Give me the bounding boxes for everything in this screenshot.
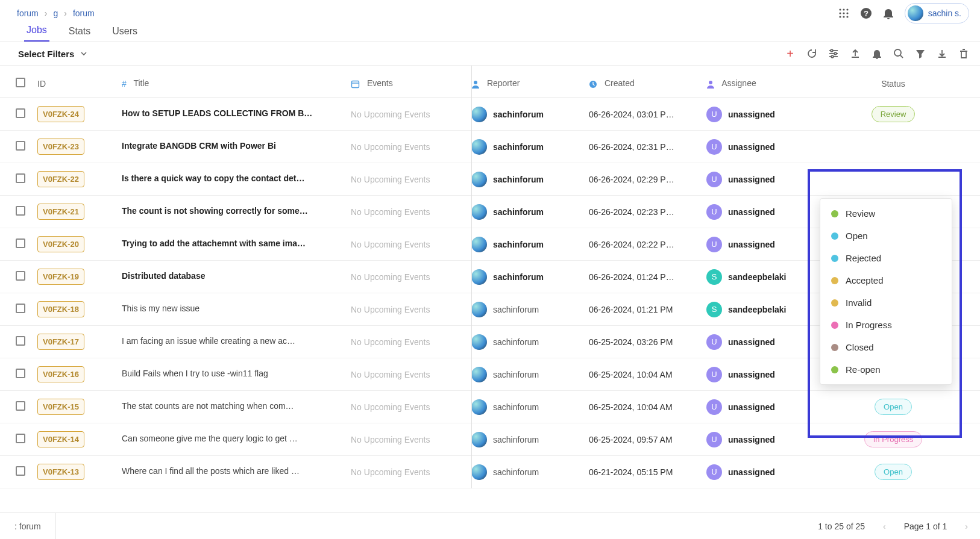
- row-title[interactable]: Build Fails when I try to use -win11 fla…: [122, 369, 268, 378]
- col-title[interactable]: # Title: [122, 78, 351, 89]
- breadcrumb-item[interactable]: forum: [73, 8, 95, 18]
- status-option[interactable]: Invalid: [820, 291, 952, 314]
- tab-users[interactable]: Users: [110, 26, 140, 42]
- reporter-name[interactable]: sachinforum: [493, 240, 544, 249]
- bell-icon[interactable]: [872, 48, 882, 59]
- assignee-name[interactable]: unassigned: [728, 240, 775, 249]
- row-checkbox[interactable]: [16, 434, 25, 443]
- help-icon[interactable]: ?: [860, 7, 872, 19]
- id-badge[interactable]: V0FZK-17: [37, 334, 84, 350]
- reporter-name[interactable]: sachinforum: [493, 370, 539, 379]
- prev-page-icon[interactable]: ‹: [883, 522, 886, 531]
- assignee-name[interactable]: unassigned: [728, 337, 775, 347]
- table-row[interactable]: V0FZK-14 Can someone give me the query l…: [0, 423, 980, 456]
- breadcrumb-item[interactable]: forum: [17, 8, 39, 18]
- row-checkbox[interactable]: [16, 271, 25, 281]
- reporter-name[interactable]: sachinforum: [493, 142, 544, 152]
- row-checkbox[interactable]: [16, 401, 25, 411]
- refresh-icon[interactable]: [806, 48, 817, 59]
- row-checkbox[interactable]: [16, 206, 25, 216]
- id-badge[interactable]: V0FZK-19: [37, 269, 84, 285]
- row-title[interactable]: Trying to add the attachemnt with same i…: [122, 238, 306, 248]
- row-title[interactable]: Is there a quick way to copy the contact…: [122, 173, 304, 183]
- status-pill[interactable]: In Progress: [864, 431, 922, 447]
- status-pill[interactable]: Review: [872, 106, 916, 122]
- status-option[interactable]: Review: [820, 202, 952, 225]
- row-title[interactable]: Distributed database: [122, 271, 205, 281]
- table-row[interactable]: V0FZK-23 Integrate BANGDB CRM with Power…: [0, 131, 980, 163]
- filter-icon[interactable]: [915, 48, 926, 59]
- row-title[interactable]: This is my new issue: [122, 304, 199, 313]
- col-status[interactable]: Status: [839, 79, 947, 89]
- status-dropdown[interactable]: ReviewOpenRejectedAcceptedInvalidIn Prog…: [820, 198, 952, 385]
- row-checkbox[interactable]: [16, 141, 25, 151]
- col-created[interactable]: Created: [589, 78, 706, 88]
- assignee-name[interactable]: unassigned: [728, 175, 775, 184]
- user-menu[interactable]: sachin s.: [905, 3, 969, 23]
- status-pill[interactable]: Open: [875, 464, 912, 480]
- reporter-name[interactable]: sachinforum: [493, 272, 544, 282]
- upload-icon[interactable]: [850, 48, 861, 59]
- tab-stats[interactable]: Stats: [66, 26, 93, 42]
- row-checkbox[interactable]: [16, 108, 25, 118]
- tune-icon[interactable]: [828, 48, 839, 59]
- row-checkbox[interactable]: [16, 466, 25, 476]
- id-badge[interactable]: V0FZK-21: [37, 204, 84, 220]
- bell-icon[interactable]: [883, 7, 894, 19]
- add-icon[interactable]: +: [785, 48, 796, 59]
- col-reporter[interactable]: Reporter: [471, 78, 589, 88]
- id-badge[interactable]: V0FZK-20: [37, 236, 84, 252]
- row-checkbox[interactable]: [16, 369, 25, 378]
- search-icon[interactable]: [893, 48, 904, 59]
- status-option[interactable]: Closed: [820, 336, 952, 358]
- id-badge[interactable]: V0FZK-16: [37, 366, 84, 382]
- col-id[interactable]: ID: [37, 79, 122, 89]
- status-option[interactable]: Open: [820, 225, 952, 247]
- reporter-name[interactable]: sachinforum: [493, 467, 539, 477]
- id-badge[interactable]: V0FZK-22: [37, 171, 84, 187]
- row-checkbox[interactable]: [16, 238, 25, 248]
- assignee-name[interactable]: sandeepbelaki: [728, 272, 787, 282]
- download-icon[interactable]: [937, 48, 947, 59]
- id-badge[interactable]: V0FZK-15: [37, 399, 84, 415]
- apps-icon[interactable]: [838, 8, 849, 19]
- assignee-name[interactable]: unassigned: [728, 402, 775, 412]
- col-events[interactable]: Events: [351, 78, 471, 89]
- tab-jobs[interactable]: Jobs: [24, 25, 49, 42]
- id-badge[interactable]: V0FZK-18: [37, 301, 84, 317]
- row-checkbox[interactable]: [16, 336, 25, 346]
- assignee-name[interactable]: unassigned: [728, 142, 775, 152]
- reporter-name[interactable]: sachinforum: [493, 337, 539, 347]
- table-row[interactable]: V0FZK-22 Is there a quick way to copy th…: [0, 163, 980, 196]
- status-option[interactable]: In Progress: [820, 314, 952, 336]
- table-row[interactable]: V0FZK-15 The stat counts are not matchin…: [0, 391, 980, 423]
- id-badge[interactable]: V0FZK-23: [37, 139, 84, 155]
- row-title[interactable]: The count is not showing correctly for s…: [122, 206, 308, 216]
- reporter-name[interactable]: sachinforum: [493, 305, 539, 314]
- row-checkbox[interactable]: [16, 173, 25, 183]
- reporter-name[interactable]: sachinforum: [493, 402, 539, 412]
- next-page-icon[interactable]: ›: [965, 522, 968, 531]
- delete-icon[interactable]: [958, 48, 969, 59]
- status-option[interactable]: Re-open: [820, 358, 952, 381]
- row-title[interactable]: I am facing an issue while creating a ne…: [122, 336, 295, 346]
- row-title[interactable]: Integrate BANGDB CRM with Power Bi: [122, 141, 276, 151]
- assignee-name[interactable]: sandeepbelaki: [728, 305, 787, 314]
- row-checkbox[interactable]: [16, 304, 25, 313]
- status-pill[interactable]: Open: [875, 399, 912, 415]
- status-option[interactable]: Accepted: [820, 269, 952, 291]
- row-title[interactable]: How to SETUP LEADS COLLECTING FROM B…: [122, 108, 312, 118]
- row-title[interactable]: The stat counts are not matching when co…: [122, 401, 294, 411]
- row-title[interactable]: Can someone give me the query logic to g…: [122, 434, 298, 443]
- select-filters-button[interactable]: Select Filters: [18, 49, 87, 59]
- reporter-name[interactable]: sachinforum: [493, 435, 539, 444]
- row-title[interactable]: Where can I find all the posts which are…: [122, 466, 300, 476]
- reporter-name[interactable]: sachinforum: [493, 207, 544, 217]
- table-row[interactable]: V0FZK-24 How to SETUP LEADS COLLECTING F…: [0, 98, 980, 131]
- assignee-name[interactable]: unassigned: [728, 467, 775, 477]
- assignee-name[interactable]: unassigned: [728, 110, 775, 119]
- id-badge[interactable]: V0FZK-13: [37, 464, 84, 480]
- status-option[interactable]: Rejected: [820, 247, 952, 269]
- assignee-name[interactable]: unassigned: [728, 435, 775, 444]
- footer-tab[interactable]: : forum: [0, 513, 56, 539]
